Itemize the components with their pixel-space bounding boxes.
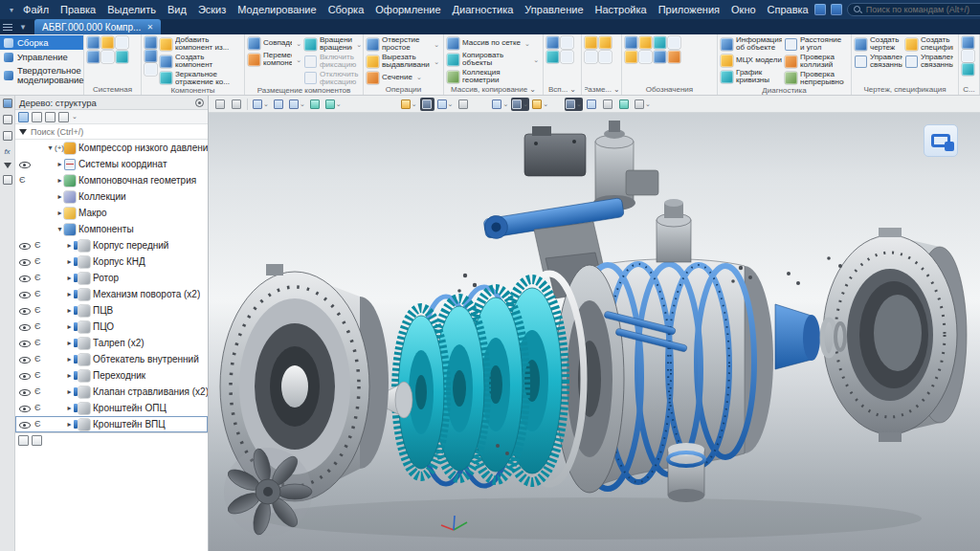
coincidence-button[interactable]: Совпадение ⌄: [248, 36, 301, 51]
document-tab-active[interactable]: АБВГ.000.000 Компр... ✕: [34, 19, 161, 34]
components-visibility-button[interactable]: ⌄: [491, 98, 509, 111]
visibility-eye-icon[interactable]: [19, 354, 30, 364]
designation-mark-icon[interactable]: [639, 51, 652, 63]
expander-icon[interactable]: ▸: [56, 192, 64, 201]
mass-properties-button[interactable]: МЦХ модели: [721, 54, 782, 68]
distance-angle-button[interactable]: Расстояние и угол: [785, 36, 844, 53]
dimension-angular-icon[interactable]: [599, 36, 612, 49]
pan-view-button[interactable]: ⌄: [324, 98, 343, 111]
create-specification-button[interactable]: Создать спецификаци...: [905, 36, 953, 53]
create-drawing-button[interactable]: Создать чертеж по модели: [855, 36, 902, 53]
menu-window[interactable]: Окно: [725, 4, 762, 15]
zoom-area-button[interactable]: [272, 98, 286, 111]
menu-view[interactable]: Вид: [162, 4, 192, 15]
expander-icon[interactable]: ▸: [65, 322, 74, 331]
undo-icon[interactable]: [87, 51, 100, 63]
tree-item-components[interactable]: ▾ Компоненты: [15, 221, 208, 237]
add-component-button[interactable]: Добавить компонент из...: [160, 36, 241, 53]
object-filter-button[interactable]: ⌄: [531, 98, 549, 111]
menu-management[interactable]: Управление: [519, 4, 589, 15]
menu-settings[interactable]: Настройка: [590, 4, 653, 15]
aux-cs-icon[interactable]: [561, 51, 573, 63]
rotate-view-button[interactable]: [308, 98, 323, 111]
create-component-button[interactable]: Создать компонент: [160, 54, 241, 70]
part-rotor[interactable]: [369, 274, 584, 486]
move-component-dropdown-icon[interactable]: ⌄: [296, 56, 301, 63]
save-icon[interactable]: [101, 36, 114, 49]
part-fan[interactable]: [224, 447, 312, 536]
coincidence-dropdown-icon[interactable]: ⌄: [296, 40, 301, 47]
visibility-eye-icon[interactable]: [19, 273, 30, 283]
aux-axis-icon[interactable]: [561, 36, 573, 49]
visibility-eye-icon[interactable]: [19, 338, 30, 348]
simple-hole-dropdown-icon[interactable]: ⌄: [434, 41, 439, 48]
exclude-icon[interactable]: Є: [19, 176, 25, 185]
continuity-check-button[interactable]: Проверка непрерывности: [785, 71, 844, 87]
tree-item-macro[interactable]: ▸ Макро: [15, 205, 208, 221]
auxiliary-group-chevron-icon[interactable]: ⌄: [569, 85, 576, 94]
menu-file[interactable]: Файл: [17, 4, 55, 15]
rotation-lock-widget[interactable]: [924, 124, 958, 157]
exclude-icon[interactable]: Є: [34, 274, 40, 282]
command-search-box[interactable]: [847, 3, 980, 16]
tree-item-part[interactable]: Є ▸ ПЦО: [15, 319, 208, 335]
tree-view-zones-icon[interactable]: [58, 112, 69, 122]
cut-extrude-button[interactable]: Вырезать выдавливанием ⌄: [367, 54, 439, 70]
tree-item-layout-geometry[interactable]: Є ▸ Компоновочная геометрия: [15, 172, 208, 188]
rotation-rotation-button[interactable]: Вращение-вращение ⌄: [304, 36, 362, 53]
designation-roughness-icon[interactable]: [668, 36, 680, 49]
mirror-component-button[interactable]: Зеркальное отражение ко...: [160, 71, 241, 87]
grid-array-button[interactable]: Массив по сетке ⌄: [447, 36, 539, 51]
simple-hole-button[interactable]: Отверстие простое ⌄: [367, 36, 439, 53]
expander-icon[interactable]: ▸: [65, 339, 74, 347]
tree-foot-list-icon[interactable]: [32, 435, 42, 446]
expander-icon[interactable]: ▸: [65, 274, 74, 282]
designation-tolerance-icon[interactable]: [625, 51, 637, 63]
visibility-eye-icon[interactable]: [19, 321, 30, 332]
visibility-eye-icon[interactable]: [19, 403, 30, 413]
menu-layout[interactable]: Оформление: [369, 4, 446, 15]
tree-item-part[interactable]: Є ▸ Кронштейн ВПЦ: [15, 416, 208, 432]
variables-fx-icon[interactable]: fx: [4, 147, 10, 156]
exclude-icon[interactable]: Є: [34, 404, 40, 412]
designation-base-icon[interactable]: [654, 36, 666, 49]
section-button[interactable]: Сечение ⌄: [367, 71, 439, 85]
exclude-icon[interactable]: Є: [34, 322, 40, 331]
layout-split-button[interactable]: [229, 98, 243, 111]
expander-icon[interactable]: ▸: [65, 306, 74, 315]
visibility-eye-icon[interactable]: [19, 240, 30, 251]
exclude-icon[interactable]: Є: [34, 355, 40, 364]
panels-grid-icon[interactable]: [3, 99, 12, 108]
visibility-eye-icon[interactable]: [19, 289, 30, 299]
tree-view-dropdown-icon[interactable]: ⌄: [72, 113, 78, 121]
exploded-view-toggle-button[interactable]: ⌄: [511, 98, 529, 111]
view-orientation-button[interactable]: ⌄: [252, 98, 270, 111]
grid-array-dropdown-icon[interactable]: ⌄: [524, 40, 530, 47]
expander-icon[interactable]: ▸: [56, 176, 64, 185]
tree-item-part[interactable]: Є ▸ Механизм поворота (x2): [15, 286, 208, 302]
exclude-icon[interactable]: Є: [34, 387, 40, 396]
ribbon-tab-assembly[interactable]: Сборка: [0, 35, 83, 50]
tree-view-structure-icon[interactable]: [18, 112, 29, 122]
exclude-icon[interactable]: Є: [34, 306, 40, 315]
scene-settings-button[interactable]: ⌄: [634, 98, 652, 111]
tree-item-collections[interactable]: ▸ Коллекции: [15, 188, 208, 205]
ribbon-tab-management[interactable]: Управление: [0, 50, 83, 64]
component-tool-icon-1[interactable]: [145, 36, 157, 49]
tree-item-root[interactable]: ▾ (+) Компрессор низкого давления (Т: [15, 140, 208, 156]
tree-settings-gear-icon[interactable]: [195, 99, 204, 107]
expander-icon[interactable]: ▸: [65, 371, 74, 380]
visibility-eye-icon[interactable]: [19, 386, 30, 397]
menu-select[interactable]: Выделить: [101, 4, 162, 15]
refresh-icon[interactable]: [116, 51, 128, 63]
menu-edit[interactable]: Правка: [55, 4, 101, 15]
expander-icon[interactable]: ▸: [65, 355, 74, 364]
copy-objects-button[interactable]: Копировать объекты ⌄: [447, 52, 539, 68]
clip-box-button[interactable]: [456, 98, 470, 111]
manage-linked-specs-button[interactable]: Управление связанными...: [905, 54, 953, 70]
tree-view-layers-icon[interactable]: [45, 112, 56, 122]
tree-item-part[interactable]: Є ▸ Ротор: [15, 270, 208, 286]
expander-icon[interactable]: ▸: [65, 257, 74, 266]
truncated-tool-icon-1[interactable]: [962, 36, 974, 49]
exclude-icon[interactable]: Є: [34, 257, 40, 266]
